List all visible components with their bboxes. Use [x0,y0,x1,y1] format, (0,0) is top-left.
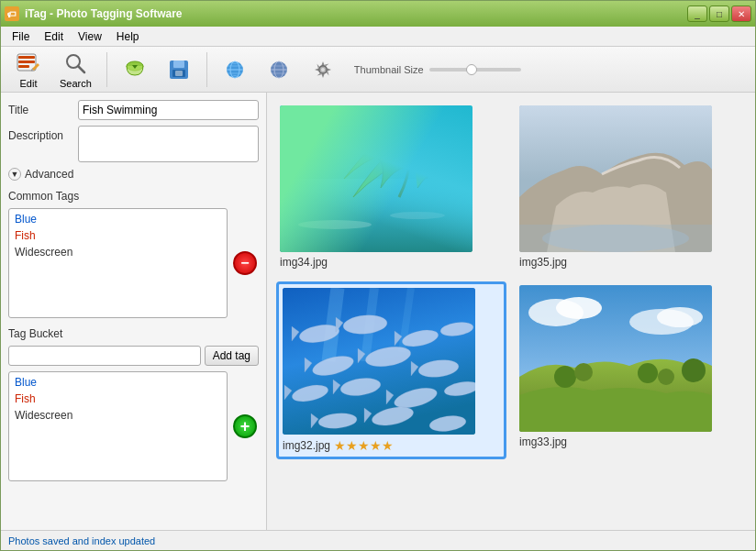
description-input[interactable] [78,126,259,162]
bucket-tag-blue[interactable]: Blue [11,374,225,391]
title-row: Title [8,100,259,120]
search-button[interactable]: Search [52,47,99,93]
photo-img35-svg [519,105,712,252]
photo-img34-svg [280,105,472,252]
menu-file[interactable]: File [5,28,37,45]
bucket-tags-container: Blue Fish Widescreen + [8,371,259,481]
photo-img33-svg [519,285,712,432]
svg-rect-35 [519,225,712,252]
svg-point-66 [657,307,703,327]
description-row: Description [8,126,259,162]
description-label: Description [8,126,72,142]
photo-grid: img34.jpg [267,93,755,530]
svg-point-32 [390,212,445,219]
advanced-label: Advanced [25,168,73,181]
app-icon: 🏷 [5,6,19,21]
add-to-bucket-button[interactable]: + [233,414,257,438]
svg-rect-0 [18,56,35,59]
svg-point-69 [638,363,658,383]
photo-item-img35[interactable]: img35.jpg [516,102,746,272]
title-bar: 🏷 iTag - Photo Tagging Software _ □ ✕ [1,1,755,27]
advanced-toggle[interactable]: ▼ Advanced [8,168,259,181]
window-title: iTag - Photo Tagging Software [25,7,183,20]
settings-button[interactable] [303,53,343,86]
photo-item-img34[interactable]: img34.jpg [276,102,506,272]
common-tag-widescreen[interactable]: Widescreen [11,244,225,260]
tag-bucket-label: Tag Bucket [8,327,259,340]
bucket-tags-list[interactable]: Blue Fish Widescreen [8,371,228,481]
separator-2 [206,52,207,87]
bucket-tag-fish[interactable]: Fish [11,391,225,407]
minimize-button[interactable]: _ [687,6,707,22]
svg-rect-14 [175,71,183,76]
globe2-button[interactable] [259,53,299,86]
photo-item-img32[interactable]: img32.jpg ★★★★★ [276,281,506,459]
menu-view[interactable]: View [71,28,109,45]
left-panel: Title Description ▼ Advanced Common Tags… [1,93,267,530]
photo-stars-img32: ★★★★★ [334,438,394,453]
photo-item-img33[interactable]: img33.jpg [516,281,746,459]
import-button[interactable] [115,53,155,86]
photo-thumb-img34 [280,105,472,252]
svg-rect-12 [173,61,184,68]
tag-bucket-row: Add tag [8,346,259,366]
status-message: Photos saved and index updated [8,535,155,546]
bucket-tag-widescreen[interactable]: Widescreen [11,407,225,424]
photo-name-img32: img32.jpg ★★★★★ [283,438,394,453]
save-button[interactable] [159,53,199,86]
photo-thumb-img33 [519,285,712,432]
svg-point-68 [574,363,593,381]
photo-filename-img33: img33.jpg [519,435,567,448]
title-input[interactable] [78,100,259,120]
save-icon [166,57,192,83]
thumbnail-size-label: Thumbnail Size [354,64,424,75]
common-tag-blue[interactable]: Blue [11,211,225,227]
photo-filename-img35: img35.jpg [519,256,567,269]
svg-point-31 [298,220,372,229]
status-bar: Photos saved and index updated [1,530,755,550]
svg-point-64 [556,297,602,319]
photo-name-img33: img33.jpg [519,435,567,448]
common-tags-label: Common Tags [8,190,259,203]
common-tag-fish[interactable]: Fish [11,227,225,244]
photo-name-img35: img35.jpg [519,256,567,269]
svg-point-28 [321,68,325,72]
photo-filename-img32: img32.jpg [283,439,330,452]
close-button[interactable]: ✕ [731,6,751,22]
title-bar-controls: _ □ ✕ [687,6,751,22]
common-tags-side: − [231,208,259,318]
globe1-icon [222,57,248,83]
svg-point-70 [658,369,674,385]
svg-rect-1 [18,61,35,63]
edit-button[interactable]: Edit [8,47,49,93]
photo-filename-img34: img34.jpg [280,256,328,269]
remove-tag-button[interactable]: − [233,251,257,275]
import-icon [122,57,148,83]
globe2-icon [266,57,292,83]
title-label: Title [8,100,72,116]
toggle-arrow-icon: ▼ [8,168,21,181]
svg-rect-29 [280,105,472,197]
slider-thumb[interactable] [466,64,477,75]
tag-bucket-input[interactable] [8,346,201,366]
edit-icon [16,50,41,76]
common-tags-list[interactable]: Blue Fish Widescreen [8,208,228,318]
bucket-tags-side: + [231,371,259,481]
globe1-button[interactable] [215,53,255,86]
thumbnail-slider[interactable] [429,68,521,72]
menu-edit[interactable]: Edit [37,28,71,45]
menu-bar: File Edit View Help [1,27,755,47]
separator-1 [106,52,107,87]
add-tag-button[interactable]: Add tag [205,346,259,366]
menu-help[interactable]: Help [109,28,147,45]
svg-point-67 [554,366,576,388]
app-window: 🏷 iTag - Photo Tagging Software _ □ ✕ Fi… [0,0,756,551]
maximize-button[interactable]: □ [709,6,729,22]
search-label: Search [60,78,92,89]
photo-img32-svg [283,288,475,435]
title-bar-left: 🏷 iTag - Photo Tagging Software [5,6,183,21]
svg-line-7 [78,66,84,72]
settings-icon [310,57,336,83]
photo-thumb-img35 [519,105,712,252]
thumbnail-size-group: Thumbnail Size [354,64,521,75]
